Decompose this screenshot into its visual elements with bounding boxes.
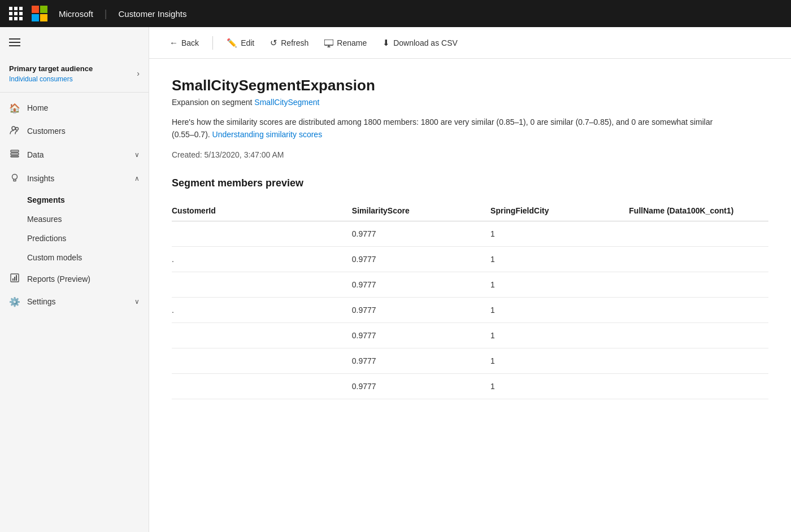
sidebar-item-customers[interactable]: Customers [0, 119, 149, 143]
sidebar-sub-item-measures[interactable]: Measures [0, 210, 149, 229]
page-content: SmallCitySegmentExpansion Expansion on s… [149, 59, 791, 532]
sidebar-item-insights-label: Insights [27, 174, 54, 183]
cell-customerid-1: . [172, 246, 352, 272]
content-area: ← Back ✏️ Edit ↺ Refresh Rename [149, 27, 791, 532]
back-label: Back [181, 38, 199, 47]
download-button[interactable]: ⬇ Download as CSV [376, 33, 464, 53]
cell-fullname-4 [629, 322, 768, 348]
measures-label: Measures [27, 215, 62, 224]
col-header-customerid: CustomerId [172, 200, 352, 221]
audience-sub: Individual consumers [9, 75, 93, 83]
svg-rect-7 [11, 153, 19, 155]
sidebar-item-settings[interactable]: ⚙️ Settings ∨ [0, 291, 149, 313]
sidebar-item-settings-label: Settings [27, 297, 56, 306]
waffle-menu[interactable] [9, 7, 23, 20]
audience-chevron-icon: › [137, 69, 140, 78]
cell-fullname-2 [629, 272, 768, 297]
preview-table: CustomerId SimilarityScore SpringFieldCi… [172, 200, 768, 399]
page-title: SmallCitySegmentExpansion [172, 77, 768, 94]
cell-city-5: 1 [490, 348, 629, 373]
subtitle-link[interactable]: SmallCitySegment [254, 98, 319, 107]
segments-label: Segments [27, 195, 65, 204]
custom-models-label: Custom models [27, 253, 82, 262]
cell-city-2: 1 [490, 272, 629, 297]
cell-fullname-3 [629, 297, 768, 322]
rename-icon [324, 38, 333, 47]
refresh-label: Refresh [281, 38, 308, 47]
sidebar-item-insights[interactable]: Insights ∧ [0, 167, 149, 190]
download-label: Download as CSV [393, 38, 458, 47]
table-row: 0.9777 1 [172, 322, 768, 348]
main-layout: Primary target audience Individual consu… [0, 27, 791, 532]
rename-button[interactable]: Rename [318, 33, 373, 52]
edit-button[interactable]: ✏️ Edit [220, 33, 261, 53]
cell-city-0: 1 [490, 221, 629, 246]
description-link[interactable]: Understanding similarity scores [212, 130, 323, 139]
section-title: Segment members preview [172, 177, 768, 189]
cell-customerid-3: . [172, 297, 352, 322]
cell-similarity-1: 0.9777 [352, 246, 490, 272]
page-subtitle: Expansion on segment SmallCitySegment [172, 98, 768, 107]
sidebar-sub-item-custom-models[interactable]: Custom models [0, 248, 149, 267]
sidebar-sub-item-predictions[interactable]: Predictions [0, 229, 149, 248]
cell-similarity-4: 0.9777 [352, 322, 490, 348]
svg-rect-13 [16, 275, 17, 281]
topbar-separator: | [105, 8, 107, 20]
settings-icon: ⚙️ [9, 296, 20, 307]
sidebar: Primary target audience Individual consu… [0, 27, 149, 532]
cell-customerid-4 [172, 322, 352, 348]
cell-similarity-2: 0.9777 [352, 272, 490, 297]
sidebar-nav: 🏠 Home Customers [0, 93, 149, 317]
back-button[interactable]: ← Back [163, 33, 206, 52]
table-row: 0.9777 1 [172, 348, 768, 373]
data-icon [9, 149, 20, 161]
subtitle-prefix: Expansion on segment [172, 98, 252, 107]
cell-fullname-6 [629, 373, 768, 399]
insights-chevron-icon: ∧ [134, 175, 140, 182]
audience-selector[interactable]: Primary target audience Individual consu… [0, 58, 149, 93]
cell-city-3: 1 [490, 297, 629, 322]
sidebar-item-customers-label: Customers [27, 127, 66, 136]
sidebar-item-home-label: Home [27, 103, 48, 112]
cell-city-1: 1 [490, 246, 629, 272]
svg-rect-11 [12, 278, 14, 281]
svg-rect-6 [11, 150, 19, 152]
svg-rect-0 [32, 6, 39, 13]
edit-label: Edit [241, 38, 254, 47]
cell-similarity-6: 0.9777 [352, 373, 490, 399]
cell-customerid-0 [172, 221, 352, 246]
svg-rect-2 [32, 14, 39, 21]
customers-icon [9, 125, 20, 137]
svg-rect-8 [11, 156, 19, 157]
topbar-brand: Microsoft [59, 9, 93, 19]
topbar-title: Customer Insights [119, 9, 187, 19]
svg-rect-14 [324, 40, 333, 45]
cell-customerid-6 [172, 373, 352, 399]
settings-chevron-icon: ∨ [134, 298, 140, 306]
sidebar-item-home[interactable]: 🏠 Home [0, 97, 149, 119]
svg-point-5 [16, 127, 19, 130]
hamburger-button[interactable] [0, 27, 149, 58]
sidebar-item-data[interactable]: Data ∨ [0, 143, 149, 167]
col-header-city: SpringFieldCity [490, 200, 629, 221]
back-icon: ← [169, 38, 178, 47]
cell-city-6: 1 [490, 373, 629, 399]
cell-fullname-5 [629, 348, 768, 373]
topbar: Microsoft | Customer Insights [0, 0, 791, 27]
table-row: 0.9777 1 [172, 221, 768, 246]
table-row: . 0.9777 1 [172, 297, 768, 322]
refresh-button[interactable]: ↺ Refresh [263, 33, 315, 53]
refresh-icon: ↺ [270, 38, 277, 48]
table-header-row: CustomerId SimilarityScore SpringFieldCi… [172, 200, 768, 221]
sidebar-sub-item-segments[interactable]: Segments [0, 190, 149, 210]
insights-icon [9, 172, 20, 185]
reports-icon [9, 273, 20, 285]
table-row: . 0.9777 1 [172, 246, 768, 272]
cell-similarity-5: 0.9777 [352, 348, 490, 373]
sidebar-item-reports[interactable]: Reports (Preview) [0, 267, 149, 291]
svg-point-4 [12, 127, 15, 130]
svg-rect-12 [14, 277, 15, 281]
cell-fullname-0 [629, 221, 768, 246]
cell-fullname-1 [629, 246, 768, 272]
home-icon: 🏠 [9, 103, 20, 114]
